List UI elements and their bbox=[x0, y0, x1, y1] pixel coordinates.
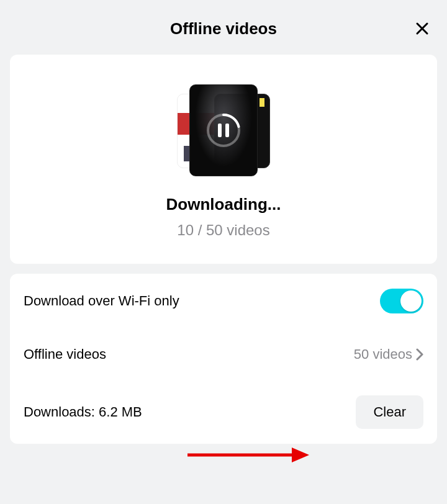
downloads-size-label: Downloads: 6.2 MB bbox=[24, 404, 142, 420]
wifi-only-label: Download over Wi-Fi only bbox=[24, 293, 179, 309]
offline-videos-label: Offline videos bbox=[24, 346, 106, 362]
video-thumbnail-center[interactable] bbox=[189, 84, 258, 176]
offline-videos-modal: Offline videos Downl bbox=[0, 0, 447, 504]
offline-videos-count: 50 videos bbox=[354, 346, 412, 362]
toggle-knob bbox=[400, 290, 422, 312]
clear-button[interactable]: Clear bbox=[356, 395, 423, 429]
close-button[interactable] bbox=[412, 19, 432, 38]
wifi-only-toggle[interactable] bbox=[380, 289, 423, 313]
settings-card: Download over Wi-Fi only Offline videos … bbox=[10, 274, 437, 444]
downloads-row: Downloads: 6.2 MB Clear bbox=[10, 380, 437, 444]
annotation-arrow-icon bbox=[185, 446, 309, 464]
svg-marker-2 bbox=[292, 448, 309, 462]
close-icon bbox=[415, 21, 430, 36]
video-thumbnail-stack bbox=[177, 84, 270, 178]
download-count-text: 10 / 50 videos bbox=[177, 222, 269, 239]
page-title: Offline videos bbox=[170, 19, 277, 38]
download-status-card: Downloading... 10 / 50 videos bbox=[10, 55, 437, 264]
offline-videos-row[interactable]: Offline videos 50 videos bbox=[10, 328, 437, 380]
progress-ring bbox=[206, 113, 241, 148]
offline-videos-value: 50 videos bbox=[354, 346, 423, 362]
download-status-text: Downloading... bbox=[166, 195, 281, 214]
chevron-right-icon bbox=[416, 348, 423, 361]
wifi-only-row: Download over Wi-Fi only bbox=[10, 274, 437, 328]
modal-header: Offline videos bbox=[10, 10, 437, 47]
